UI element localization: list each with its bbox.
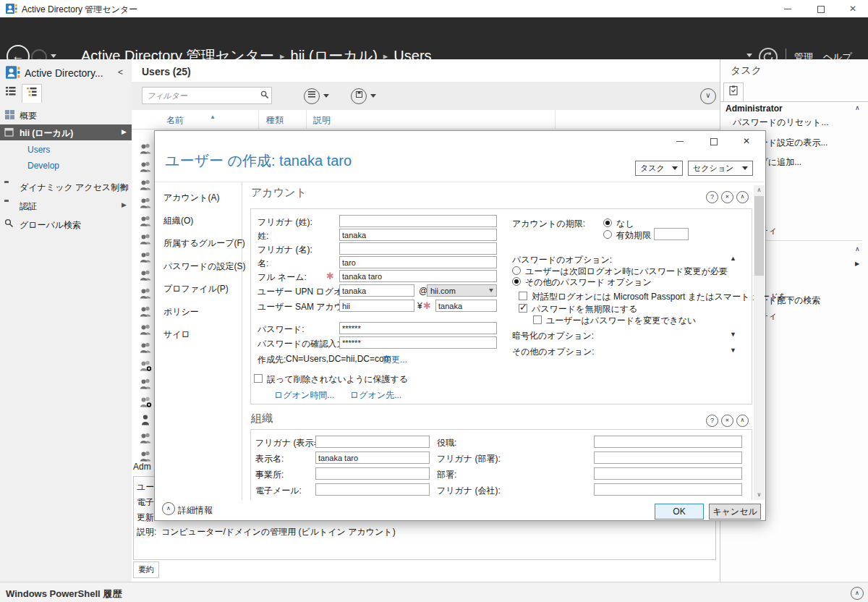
dac-expand-icon[interactable] [122,182,127,190]
tab-tree-view[interactable] [22,84,42,103]
office-input[interactable] [315,467,430,480]
section-collapse-icon[interactable] [736,191,749,203]
user-disabled-icon[interactable] [140,360,152,371]
job-title-input[interactable] [594,436,742,448]
user-icon[interactable] [140,450,152,462]
user-icon[interactable] [140,143,152,154]
cannot-change-password-checkbox[interactable] [533,315,542,324]
more-information-collapse-icon[interactable] [162,502,175,515]
tasks-section-collapse-icon[interactable] [855,245,860,253]
navigation-dropdown-icon[interactable] [746,54,752,57]
user-icon[interactable] [140,251,152,263]
furigana-dept-input[interactable] [594,452,742,464]
furigana-display-input[interactable] [315,436,430,448]
first-name-input[interactable] [339,256,497,268]
dialog-nav-profile[interactable]: プロファイル(P) [163,283,229,295]
section-collapse-icon[interactable] [736,415,749,427]
user-icon[interactable] [140,305,152,317]
user-icon[interactable] [140,197,152,208]
window-maximize-button[interactable] [816,4,826,14]
user-icon[interactable] [140,269,152,281]
dialog-nav-silo[interactable]: サイロ [163,328,190,341]
dialog-nav-organization[interactable]: 組織(O) [163,215,193,227]
dialog-close-button[interactable] [741,135,752,147]
expires-date-input[interactable] [654,228,689,240]
filter-expand-button[interactable] [700,88,716,104]
user-icon[interactable] [140,323,152,335]
section-remove-icon[interactable] [721,191,733,203]
dialog-tasks-button[interactable]: タスク [635,161,683,176]
powershell-history-bar[interactable]: Windows PowerShell 履歴 [0,582,868,602]
must-change-password-radio[interactable] [512,266,521,275]
task-new-submenu-icon[interactable] [855,260,859,267]
logon-hours-link[interactable]: ログオン時間... [274,389,334,402]
furigana-last-input[interactable] [339,215,497,227]
section-help-icon[interactable]: ? [706,415,718,427]
dialog-nav-password-settings[interactable]: パスワードの設定(S) [163,260,245,273]
dialog-maximize-button[interactable] [708,135,720,147]
dialog-nav-member-of[interactable]: 所属するグループ(F) [163,237,245,250]
logon-workstations-link[interactable]: ログオン先... [350,389,401,402]
furigana-company-input[interactable] [594,483,742,496]
column-description[interactable]: 説明 [313,114,331,127]
user-disabled-icon[interactable] [140,396,152,407]
password-options-collapse-icon[interactable] [730,255,736,262]
ok-button[interactable]: OK [655,504,704,520]
password-input[interactable] [339,322,497,334]
tasks-section-collapse-icon[interactable] [855,104,860,111]
sam-account-input[interactable] [435,300,497,312]
department-input[interactable] [594,467,742,480]
password-never-expires-checkbox[interactable] [519,304,527,313]
upn-domain-select[interactable]: hii.com [427,284,497,297]
display-name-input[interactable] [315,452,430,464]
expires-none-radio[interactable] [603,219,612,227]
scrollbar-up-icon[interactable] [754,187,765,193]
sidebar-item-develop[interactable]: Develop [27,161,59,171]
save-query-dropdown-icon[interactable] [370,94,376,98]
change-location-link[interactable]: 変更... [383,354,407,366]
user-icon[interactable] [140,233,152,245]
other-options-expand-icon[interactable] [730,347,736,354]
list-row-partial-name[interactable]: Adm [133,462,151,472]
last-name-input[interactable] [339,229,497,241]
sidebar-item-dynamic-access-control[interactable]: ダイナミック アクセス制御 [0,178,132,194]
encryption-options-expand-icon[interactable] [730,331,736,338]
column-type[interactable]: 種類 [266,114,284,127]
protect-from-deletion-checkbox[interactable] [254,374,263,383]
powershell-expand-icon[interactable] [851,587,864,600]
sidebar-collapse-button[interactable]: < [118,67,123,77]
tasks-tab[interactable] [723,82,744,102]
window-minimize-button[interactable] [783,4,793,14]
view-options-button[interactable] [304,88,320,104]
passport-smartcard-checkbox[interactable] [519,292,527,300]
user-icon[interactable] [140,215,152,226]
user-dark-icon[interactable] [140,414,152,425]
summary-tab[interactable]: 要約 [133,561,159,578]
user-icon[interactable] [140,342,152,353]
full-name-input[interactable] [339,270,497,282]
user-icon[interactable] [140,179,152,190]
sort-ascending-icon[interactable] [210,114,216,120]
sidebar-item-authentication[interactable]: 認証 [0,197,132,213]
task-reset-password[interactable]: パスワードのリセット... [733,116,829,129]
email-input[interactable] [315,483,430,496]
upn-logon-input[interactable] [339,284,414,297]
cancel-button[interactable]: キャンセル [709,504,761,520]
scrollbar-thumb[interactable] [754,196,764,276]
tab-list-view[interactable] [1,84,20,102]
other-password-options-radio[interactable] [512,277,521,286]
sidebar-item-users[interactable]: Users [27,145,50,155]
dialog-nav-account[interactable]: アカウント(A) [163,192,219,204]
user-icon[interactable] [140,161,152,172]
navigation-history-dropdown-icon[interactable] [51,54,56,58]
dialog-nav-policy[interactable]: ポリシー [163,306,199,318]
auth-expand-icon[interactable] [122,201,127,208]
dialog-minimize-button[interactable] [674,135,686,147]
dialog-scrollbar[interactable] [754,185,765,500]
expires-until-radio[interactable] [603,230,612,239]
window-close-button[interactable] [848,4,858,14]
column-name[interactable]: 名前 [166,114,184,127]
sidebar-item-overview[interactable]: 概要 [0,107,132,123]
dialog-sections-button[interactable]: セクション [688,161,753,176]
domain-expand-icon[interactable] [122,128,127,135]
